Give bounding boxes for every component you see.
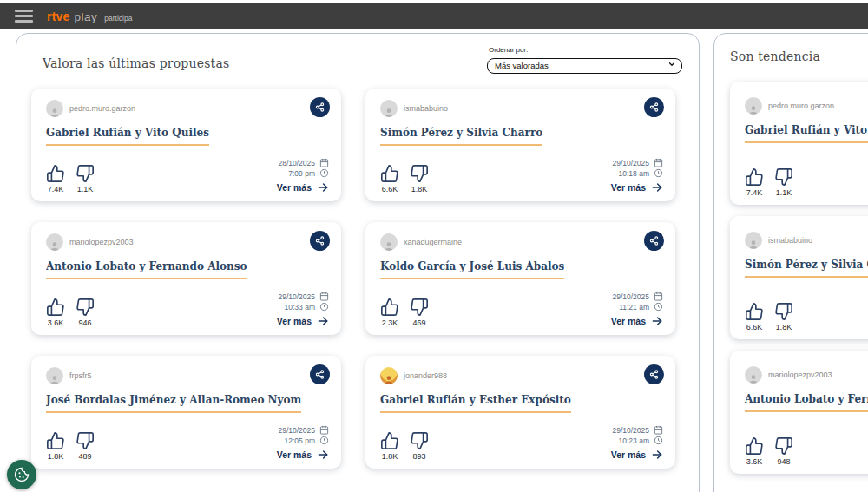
thumb-down-icon [774,302,793,321]
arrow-right-icon [317,315,329,327]
calendar-icon [654,158,663,167]
like-button[interactable] [380,164,399,183]
dislike-button[interactable] [410,164,429,183]
share-icon [315,102,325,112]
like-button[interactable] [745,436,764,456]
username: mariolopezpv2003 [768,371,832,379]
username: pedro.muro.garzon [69,104,135,113]
thumb-up-icon [745,167,764,187]
proposal-title-link[interactable]: Gabriel Rufián y Vito Quiles [745,124,868,143]
date-value: 29/10/2025 [612,159,649,167]
proposal-title-link[interactable]: Gabriel Rufián y Vito Quiles [46,127,209,146]
dislike-button[interactable] [76,298,95,317]
ver-mas-link[interactable]: Ver más [277,315,329,327]
arrow-right-icon [317,449,329,461]
thumb-down-icon [410,431,429,450]
share-icon [315,370,325,379]
proposal-title-link[interactable]: Antonio Lobato y Fernando Alonso [46,260,247,279]
brand-section: participa [104,14,132,23]
avatar [380,100,398,117]
proposal-title-link[interactable]: Koldo García y José Luis Ábalos [380,260,564,279]
arrow-right-icon [651,315,663,327]
dislike-button[interactable] [76,164,95,183]
avatar [380,233,398,251]
dislike-button[interactable] [410,298,429,317]
share-button[interactable] [644,97,664,117]
thumb-down-icon [76,298,95,317]
username: frpsfr5 [69,371,92,380]
thumb-down-icon [76,164,95,183]
share-icon [315,236,325,246]
proposal-title-link[interactable]: José Bordalas Jiménez y Allan-Romeo Nyom [46,394,301,413]
like-count: 6.6K [382,185,398,194]
user-icon [383,107,395,117]
share-icon [649,102,659,112]
like-button[interactable] [745,167,764,187]
user-icon [747,373,760,384]
username: xanadugermaine [404,238,462,246]
proposal-title-link[interactable]: Antonio Lobato y Fernando Alonso [745,393,868,412]
trending-card: pedro.muro.garzon Gabriel Rufián y Vito … [730,82,868,205]
share-button[interactable] [310,97,330,117]
username: ismababuino [768,236,812,245]
ver-mas-link[interactable]: Ver más [277,449,329,461]
rtve-play-logo[interactable]: rtve play participa [47,10,132,23]
share-button[interactable] [644,364,664,384]
thumb-up-icon [745,302,764,321]
menu-icon[interactable] [15,10,33,23]
like-button[interactable] [46,164,65,183]
thumb-up-icon [46,164,65,183]
dislike-button[interactable] [410,431,429,450]
proposal-card: pedro.muro.garzon Gabriel Rufián y Vito … [31,89,341,201]
ver-mas-link[interactable]: Ver más [611,181,663,194]
clock-icon [319,436,329,445]
clock-icon [319,302,329,312]
share-button[interactable] [644,231,664,251]
cookie-consent-button[interactable] [7,460,36,489]
thumb-down-icon [774,436,793,456]
proposal-title-link[interactable]: Simón Pérez y Silvia Charro [745,259,868,278]
sort-control: Ordenar por: Más valoradas [487,46,682,74]
time-value: 10:33 am [285,303,315,312]
avatar [745,366,762,384]
sort-select[interactable]: Más valoradas [487,58,682,74]
username: pedro.muro.garzon [768,102,834,110]
calendar-icon [654,425,663,435]
cookie-icon [13,466,30,483]
time-value: 10:18 am [619,169,649,178]
ver-mas-link[interactable]: Ver más [611,315,663,327]
dislike-count: 489 [78,452,91,461]
calendar-icon [319,425,329,435]
dislike-button[interactable] [774,302,793,321]
ver-mas-link[interactable]: Ver más [277,181,329,194]
share-button[interactable] [310,231,330,251]
user-icon [383,374,395,384]
avatar [46,100,63,117]
like-button[interactable] [745,302,764,321]
like-button[interactable] [380,431,399,450]
user-icon [49,107,61,117]
dislike-button[interactable] [774,167,793,187]
proposal-card: frpsfr5 José Bordalas Jiménez y Allan-Ro… [31,356,341,469]
like-button[interactable] [380,298,399,317]
share-button[interactable] [310,364,330,384]
clock-icon [654,168,663,178]
like-count: 2.3K [382,318,398,327]
proposal-card: mariolopezpv2003 Antonio Lobato y Fernan… [31,222,341,335]
dislike-button[interactable] [774,436,793,456]
like-count: 3.6K [48,318,64,327]
date-value: 29/10/2025 [612,426,649,435]
proposals-panel: Valora las últimas propuestas Ordenar po… [16,33,700,492]
trending-card: mariolopezpv2003 Antonio Lobato y Fernan… [730,351,868,474]
proposal-title-link[interactable]: Simón Pérez y Silvia Charro [380,127,542,146]
proposal-title-link[interactable]: Gabriel Rufián y Esther Expósito [380,394,571,413]
dislike-button[interactable] [76,431,95,450]
ver-mas-link[interactable]: Ver más [611,449,663,461]
like-button[interactable] [46,431,65,450]
like-button[interactable] [46,298,65,317]
date-value: 29/10/2025 [278,426,315,435]
thumb-down-icon [774,167,793,187]
thumb-down-icon [410,298,429,317]
proposals-grid: pedro.muro.garzon Gabriel Rufián y Vito … [31,89,686,469]
like-count: 7.4K [746,188,763,197]
